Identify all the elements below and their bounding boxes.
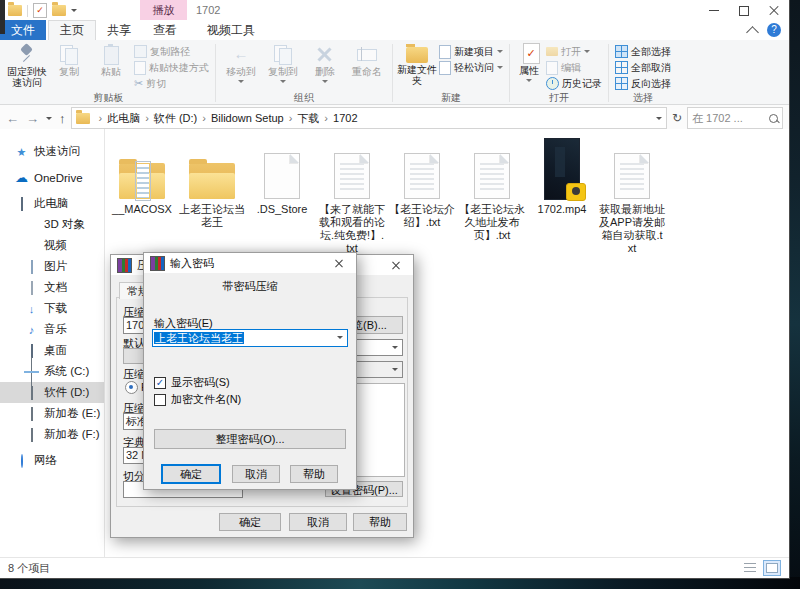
sidebar-item-drive-f[interactable]: 新加卷 (F:) — [0, 424, 104, 445]
sidebar-item-desktop[interactable]: 桌面 — [0, 340, 104, 361]
password-combo-dropdown-icon[interactable] — [337, 336, 343, 342]
sidebar-item-videos[interactable]: 视频 — [0, 235, 104, 256]
copy-path-icon — [134, 45, 147, 58]
sidebar-item-network[interactable]: 网络 — [0, 450, 104, 471]
breadcrumb-drive-d[interactable]: 软件 (D:) — [154, 111, 197, 126]
tab-file[interactable]: 文件 — [0, 20, 46, 40]
back-icon[interactable]: ← — [6, 111, 19, 126]
edit-button[interactable]: 编辑 — [544, 60, 604, 75]
address-box[interactable]: 此电脑 软件 (D:) Bilidown Setup 下载 1702 — [71, 107, 667, 129]
show-password-checkbox[interactable]: ✓ 显示密码(S) — [154, 375, 230, 390]
password-input[interactable]: 上老王论坛当老王 — [152, 329, 348, 347]
select-all-button[interactable]: 全部选择 — [613, 44, 673, 59]
properties-button[interactable]: ✓ 属性 — [514, 42, 544, 85]
search-input[interactable]: 在 1702 ... — [687, 107, 783, 129]
password-ok-button[interactable]: 确定 — [162, 465, 220, 483]
copy-to-button[interactable]: 复制到 — [262, 42, 304, 86]
large-icons-view-icon[interactable] — [763, 560, 781, 576]
ribbon-separator — [509, 44, 510, 102]
open-icon — [546, 47, 558, 56]
contextual-tab-header[interactable]: 播放 — [140, 0, 187, 20]
open-button[interactable]: 打开 — [544, 44, 604, 59]
pin-to-quick-access-button[interactable]: 固定到快速访问 — [6, 42, 48, 88]
file-item-ds-store[interactable]: .DS_Store — [247, 137, 317, 255]
file-item-macosx[interactable]: __MACOSX — [107, 137, 177, 255]
invert-selection-button[interactable]: 反向选择 — [613, 76, 673, 91]
sidebar-item-this-pc[interactable]: 此电脑 — [0, 193, 104, 214]
password-dialog-titlebar[interactable]: 输入密码 — [144, 253, 356, 273]
sidebar-item-downloads[interactable]: ↓ 下载 — [0, 298, 104, 319]
paste-button[interactable]: 粘贴 — [90, 42, 132, 77]
forward-icon[interactable]: → — [26, 111, 39, 126]
compress-help-button[interactable]: 帮助 — [353, 513, 407, 531]
password-cancel-button[interactable]: 取消 — [232, 465, 280, 483]
winrar-icon — [150, 256, 165, 271]
copy-button[interactable]: 复制 — [48, 42, 90, 77]
sidebar-item-drive-d[interactable]: 软件 (D:) — [0, 382, 104, 403]
collapse-ribbon-icon[interactable] — [746, 26, 759, 39]
file-item-txt-2[interactable]: 【老王论坛介绍】.txt — [387, 137, 457, 255]
address-dropdown-icon[interactable] — [656, 117, 662, 123]
cut-button[interactable]: ✂ 剪切 — [132, 76, 211, 91]
file-item-folder[interactable]: 上老王论坛当老王 — [177, 137, 247, 255]
delete-button[interactable]: 删除 — [304, 42, 346, 86]
delete-icon — [313, 43, 337, 65]
password-help-button[interactable]: 帮助 — [290, 465, 338, 483]
refresh-icon[interactable]: ↻ — [672, 111, 682, 125]
compress-cancel-button[interactable]: 取消 — [289, 513, 347, 531]
breadcrumb-current-folder[interactable]: 1702 — [333, 112, 357, 124]
new-item-icon — [439, 45, 451, 59]
sidebar-item-music[interactable]: ♪ 音乐 — [0, 319, 104, 340]
folder-icon — [189, 163, 235, 199]
maximize-button[interactable] — [729, 0, 759, 20]
sidebar-item-3d-objects[interactable]: 3D 对象 — [0, 214, 104, 235]
file-item-video[interactable]: 1702.mp4 — [527, 137, 597, 255]
file-item-txt-3[interactable]: 【老王论坛永久地址发布页】.txt — [457, 137, 527, 255]
tab-share[interactable]: 共享 — [96, 20, 142, 40]
paste-shortcut-button[interactable]: 粘贴快捷方式 — [132, 60, 211, 75]
move-to-button[interactable]: ← 移动到 — [220, 42, 262, 86]
tab-video-tools[interactable]: 视频工具 — [196, 20, 266, 40]
help-icon[interactable]: ? — [767, 23, 781, 37]
password-close-icon[interactable] — [328, 254, 350, 272]
format-rar-radio[interactable] — [125, 381, 138, 394]
breadcrumb-bilidown-setup[interactable]: Bilidown Setup — [211, 112, 284, 124]
close-button[interactable] — [759, 0, 789, 20]
new-item-button[interactable]: 新建项目 — [437, 44, 505, 59]
ribbon-group-new: 新建文件夹 新建项目 轻松访问 新建 — [395, 42, 507, 104]
titlebar[interactable]: ✓ 播放 1702 — [0, 0, 789, 20]
breadcrumb-this-pc[interactable]: 此电脑 — [107, 111, 140, 126]
up-icon[interactable]: ↑ — [59, 111, 66, 126]
organize-passwords-button[interactable]: 整理密码(O)... — [154, 429, 346, 449]
new-folder-button[interactable]: 新建文件夹 — [397, 42, 437, 86]
encrypt-names-checkbox[interactable]: 加密文件名(N) — [154, 392, 241, 407]
qat-new-folder-icon[interactable] — [52, 5, 66, 16]
sidebar-item-pictures[interactable]: 图片 — [0, 256, 104, 277]
sidebar-item-drive-c[interactable]: 系统 (C:) — [0, 361, 104, 382]
sidebar-item-drive-e[interactable]: 新加卷 (E:) — [0, 403, 104, 424]
compress-ok-button[interactable]: 确定 — [219, 513, 281, 531]
password-dialog-title: 输入密码 — [170, 256, 214, 271]
qat-customize-dropdown-icon[interactable] — [71, 9, 77, 15]
breadcrumb-downloads[interactable]: 下载 — [297, 111, 319, 126]
minimize-button[interactable] — [699, 0, 729, 20]
history-button[interactable]: 历史记录 — [544, 76, 604, 91]
easy-access-button[interactable]: 轻松访问 — [437, 60, 505, 75]
sidebar-item-documents[interactable]: 文档 — [0, 277, 104, 298]
recent-locations-dropdown-icon[interactable] — [46, 117, 52, 123]
tab-view[interactable]: 查看 — [142, 20, 188, 40]
details-view-icon[interactable] — [741, 560, 759, 576]
select-none-button[interactable]: 全部取消 — [613, 60, 673, 75]
file-item-txt-4[interactable]: 获取最新地址及APP请发邮箱自动获取.txt — [597, 137, 667, 255]
copy-path-button[interactable]: 复制路径 — [132, 44, 211, 59]
address-bar: ← → ↑ 此电脑 软件 (D:) Bilidown Setup 下载 1702… — [0, 105, 789, 132]
compress-close-icon[interactable] — [385, 256, 407, 274]
tab-home[interactable]: 主页 — [48, 20, 96, 40]
file-item-txt-1[interactable]: 【来了就能下载和观看的论坛.纯免费!】.txt — [317, 137, 387, 255]
breadcrumb-separator — [284, 112, 298, 124]
downloads-icon: ↓ — [24, 302, 39, 316]
rename-button[interactable]: 重命名 — [346, 42, 388, 77]
qat-properties-icon[interactable]: ✓ — [33, 3, 47, 18]
sidebar-item-onedrive[interactable]: ☁ OneDrive — [0, 167, 104, 188]
sidebar-item-quick-access[interactable]: ★ 快速访问 — [0, 141, 104, 162]
